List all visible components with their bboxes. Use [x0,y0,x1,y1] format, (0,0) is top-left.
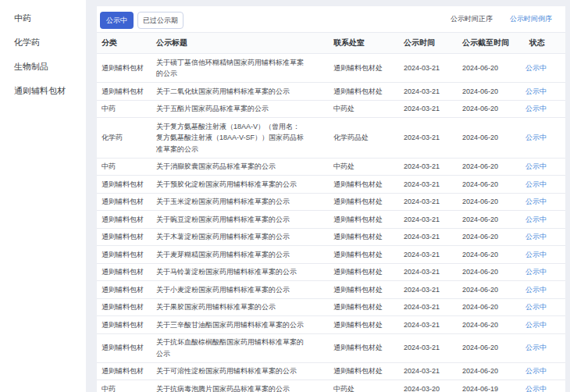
table-header-row: 分类 公示标题 联系处室 公示时间 公示截至时间 状态 [97,33,565,54]
category-cell: 通则辅料包材 [97,333,153,362]
publish-date-cell: 2024-03-21 [399,193,458,211]
category-cell: 通则辅料包材 [97,211,153,229]
end-date-cell: 2024-06-20 [458,158,518,176]
end-date-cell: 2024-06-20 [458,263,518,281]
category-cell: 通则辅料包材 [97,83,153,101]
office-cell: 通则辅料包材处 [329,54,399,83]
status-link[interactable]: 公示中 [525,367,547,375]
header-title: 公示标题 [153,33,329,54]
title-cell: 关于磺丁基倍他环糊精钠国家药用辅料标准草案的公示 [153,54,329,83]
status-cell: 公示中 [518,380,565,392]
toolbar: 公示中 已过公示期 公示时间正序 公示时间倒序 [97,6,565,32]
table-row: 通则辅料包材关于抗坏血酸棕榈酸酯国家药用辅料标准草案的公示通则辅料包材处2024… [97,333,565,362]
end-date-cell: 2024-06-19 [458,380,518,392]
table-row: 中药关于消臌胶囊国家药品标准草案的公示中药处2024-03-212024-06-… [97,158,565,176]
filter-expired-button[interactable]: 已过公示期 [137,12,183,29]
title-cell: 关于五酯片国家药品标准草案的公示 [153,100,329,118]
table-row: 通则辅料包材关于三辛酸甘油酯国家药用辅料标准草案的公示通则辅料包材处2024-0… [97,316,565,334]
status-link[interactable]: 公示中 [525,233,547,241]
status-cell: 公示中 [518,298,565,316]
office-cell: 中药处 [329,158,399,176]
status-link[interactable]: 公示中 [525,105,547,112]
publish-date-cell: 2024-03-21 [399,316,458,334]
sidebar: 中药 化学药 生物制品 通则辅料包材 [0,0,86,392]
filter-active-button[interactable]: 公示中 [100,12,134,29]
status-link[interactable]: 公示中 [525,251,547,258]
category-cell: 通则辅料包材 [97,316,153,334]
table-row: 通则辅料包材关于预胶化淀粉国家药用辅料标准草案的公示通则辅料包材处2024-03… [97,176,565,194]
end-date-cell: 2024-06-20 [458,228,518,246]
office-cell: 通则辅料包材处 [329,211,399,229]
header-status: 状态 [518,33,565,54]
publish-date-cell: 2024-03-21 [399,83,458,101]
sidebar-item-tcm[interactable]: 中药 [0,6,86,30]
category-cell: 通则辅料包材 [97,176,153,194]
status-link[interactable]: 公示中 [525,162,547,170]
sidebar-item-excipients[interactable]: 通则辅料包材 [0,79,86,103]
status-cell: 公示中 [518,118,565,159]
status-cell: 公示中 [518,316,565,334]
office-cell: 通则辅料包材处 [329,246,399,264]
status-cell: 公示中 [518,100,565,118]
end-date-cell: 2024-06-20 [458,281,518,299]
header-publish-date: 公示时间 [399,33,458,54]
status-link[interactable]: 公示中 [525,385,547,392]
category-cell: 通则辅料包材 [97,246,153,264]
publish-date-cell: 2024-03-21 [399,228,458,246]
category-cell: 中药 [97,100,153,118]
status-link[interactable]: 公示中 [525,87,547,95]
status-link[interactable]: 公示中 [525,286,547,294]
end-date-cell: 2024-06-20 [458,54,518,83]
publish-date-cell: 2024-03-20 [399,380,458,392]
status-link[interactable]: 公示中 [525,344,547,351]
table-row: 通则辅料包材关于木薯淀粉国家药用辅料标准草案的公示通则辅料包材处2024-03-… [97,228,565,246]
publish-date-cell: 2024-03-21 [399,54,458,83]
publish-date-cell: 2024-03-21 [399,333,458,362]
status-cell: 公示中 [518,246,565,264]
status-cell: 公示中 [518,158,565,176]
title-cell: 关于消臌胶囊国家药品标准草案的公示 [153,158,329,176]
publish-date-cell: 2024-03-21 [399,158,458,176]
status-link[interactable]: 公示中 [525,134,547,141]
table-row: 通则辅料包材关于马铃薯淀粉国家药用辅料标准草案的公示通则辅料包材处2024-03… [97,263,565,281]
title-cell: 关于麦芽糊精国家药用辅料标准草案的公示 [153,246,329,264]
table-row: 通则辅料包材关于可溶性淀粉国家药用辅料标准草案的公示通则辅料包材处2024-03… [97,362,565,380]
office-cell: 中药处 [329,380,399,392]
sidebar-item-chemical[interactable]: 化学药 [0,30,86,55]
table-row: 中药关于五酯片国家药品标准草案的公示中药处2024-03-212024-06-2… [97,100,565,118]
sort-time-desc-link[interactable]: 公示时间倒序 [510,14,552,24]
publish-date-cell: 2024-03-21 [399,263,458,281]
status-cell: 公示中 [518,193,565,211]
status-link[interactable]: 公示中 [525,64,547,72]
table-row: 通则辅料包材关于磺丁基倍他环糊精钠国家药用辅料标准草案的公示通则辅料包材处202… [97,54,565,83]
end-date-cell: 2024-06-20 [458,211,518,229]
category-cell: 通则辅料包材 [97,228,153,246]
category-cell: 中药 [97,158,153,176]
header-category: 分类 [97,33,153,54]
status-link[interactable]: 公示中 [525,180,547,188]
title-cell: 关于抗病毒泡腾片国家药品标准草案的公示 [153,380,329,392]
status-cell: 公示中 [518,333,565,362]
status-link[interactable]: 公示中 [525,216,547,223]
table-row: 通则辅料包材关于小麦淀粉国家药用辅料标准草案的公示通则辅料包材处2024-03-… [97,281,565,299]
end-date-cell: 2024-06-20 [458,333,518,362]
header-end-date: 公示截至时间 [458,33,518,54]
status-link[interactable]: 公示中 [525,303,547,311]
status-cell: 公示中 [518,54,565,83]
sidebar-item-biological[interactable]: 生物制品 [0,55,86,79]
status-cell: 公示中 [518,83,565,101]
status-link[interactable]: 公示中 [525,198,547,205]
category-cell: 通则辅料包材 [97,54,153,83]
title-cell: 关于预胶化淀粉国家药用辅料标准草案的公示 [153,176,329,194]
title-cell: 关于抗坏血酸棕榈酸酯国家药用辅料标准草案的公示 [153,333,329,362]
title-cell: 关于豌豆淀粉国家药用辅料标准草案的公示 [153,211,329,229]
status-link[interactable]: 公示中 [525,268,547,276]
category-cell: 通则辅料包材 [97,281,153,299]
status-cell: 公示中 [518,362,565,380]
status-link[interactable]: 公示中 [525,321,547,329]
category-cell: 通则辅料包材 [97,298,153,316]
sort-time-asc-link[interactable]: 公示时间正序 [451,14,493,24]
office-cell: 通则辅料包材处 [329,263,399,281]
office-cell: 通则辅料包材处 [329,228,399,246]
end-date-cell: 2024-06-20 [458,193,518,211]
